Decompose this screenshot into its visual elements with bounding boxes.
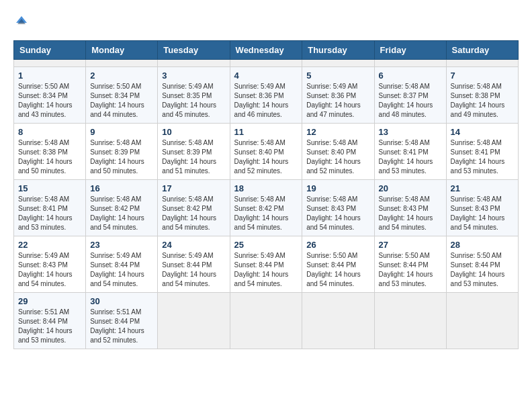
column-header-saturday: Saturday <box>446 41 518 60</box>
cell-content: Sunrise: 5:49 AM Sunset: 8:36 PM Dayligh… <box>234 82 298 120</box>
calendar-cell <box>302 60 374 67</box>
calendar-cell <box>158 60 230 67</box>
calendar-week-row: 22Sunrise: 5:49 AM Sunset: 8:43 PM Dayli… <box>14 236 519 293</box>
day-number: 12 <box>306 127 369 137</box>
cell-content: Sunrise: 5:48 AM Sunset: 8:39 PM Dayligh… <box>162 138 225 176</box>
cell-content: Sunrise: 5:49 AM Sunset: 8:44 PM Dayligh… <box>234 251 298 289</box>
calendar-cell: 14Sunrise: 5:48 AM Sunset: 8:41 PM Dayli… <box>446 124 518 180</box>
calendar-cell: 13Sunrise: 5:48 AM Sunset: 8:41 PM Dayli… <box>374 124 446 180</box>
calendar-cell: 23Sunrise: 5:49 AM Sunset: 8:44 PM Dayli… <box>86 236 158 293</box>
calendar-cell: 8Sunrise: 5:48 AM Sunset: 8:38 PM Daylig… <box>14 124 86 180</box>
calendar-cell: 12Sunrise: 5:48 AM Sunset: 8:40 PM Dayli… <box>302 124 374 180</box>
column-header-sunday: Sunday <box>14 41 86 60</box>
cell-content: Sunrise: 5:48 AM Sunset: 8:37 PM Dayligh… <box>379 82 442 120</box>
calendar-cell: 22Sunrise: 5:49 AM Sunset: 8:43 PM Dayli… <box>14 236 86 293</box>
calendar-cell <box>158 293 230 349</box>
cell-content: Sunrise: 5:49 AM Sunset: 8:43 PM Dayligh… <box>18 251 81 289</box>
cell-content: Sunrise: 5:48 AM Sunset: 8:42 PM Dayligh… <box>90 195 153 232</box>
calendar-cell <box>446 60 518 67</box>
day-number: 10 <box>162 127 225 137</box>
cell-content: Sunrise: 5:50 AM Sunset: 8:44 PM Dayligh… <box>306 251 369 289</box>
day-number: 17 <box>162 183 225 193</box>
calendar-cell: 7Sunrise: 5:48 AM Sunset: 8:38 PM Daylig… <box>446 67 518 124</box>
cell-content: Sunrise: 5:48 AM Sunset: 8:42 PM Dayligh… <box>162 195 225 232</box>
day-number: 23 <box>90 240 153 250</box>
cell-content: Sunrise: 5:51 AM Sunset: 8:44 PM Dayligh… <box>18 308 81 345</box>
calendar-cell <box>14 60 86 67</box>
calendar-week-row: 1Sunrise: 5:50 AM Sunset: 8:34 PM Daylig… <box>14 67 519 124</box>
page-header <box>13 13 519 30</box>
calendar-cell: 25Sunrise: 5:49 AM Sunset: 8:44 PM Dayli… <box>230 236 302 293</box>
calendar-cell: 21Sunrise: 5:48 AM Sunset: 8:43 PM Dayli… <box>446 180 518 236</box>
cell-content: Sunrise: 5:49 AM Sunset: 8:36 PM Dayligh… <box>306 82 369 120</box>
calendar-cell: 5Sunrise: 5:49 AM Sunset: 8:36 PM Daylig… <box>302 67 374 124</box>
calendar-cell: 28Sunrise: 5:50 AM Sunset: 8:44 PM Dayli… <box>446 236 518 293</box>
logo-icon <box>13 13 30 30</box>
day-number: 26 <box>306 240 369 250</box>
cell-content: Sunrise: 5:50 AM Sunset: 8:34 PM Dayligh… <box>90 82 153 120</box>
cell-content: Sunrise: 5:48 AM Sunset: 8:40 PM Dayligh… <box>306 138 369 176</box>
cell-content: Sunrise: 5:48 AM Sunset: 8:39 PM Dayligh… <box>90 138 153 176</box>
column-header-tuesday: Tuesday <box>158 41 230 60</box>
day-number: 14 <box>451 127 514 137</box>
calendar-cell <box>230 60 302 67</box>
calendar-cell: 20Sunrise: 5:48 AM Sunset: 8:43 PM Dayli… <box>374 180 446 236</box>
calendar-cell: 18Sunrise: 5:48 AM Sunset: 8:42 PM Dayli… <box>230 180 302 236</box>
cell-content: Sunrise: 5:48 AM Sunset: 8:38 PM Dayligh… <box>451 82 514 120</box>
calendar-cell: 30Sunrise: 5:51 AM Sunset: 8:44 PM Dayli… <box>86 293 158 349</box>
calendar-cell: 6Sunrise: 5:48 AM Sunset: 8:37 PM Daylig… <box>374 67 446 124</box>
cell-content: Sunrise: 5:49 AM Sunset: 8:35 PM Dayligh… <box>162 82 225 120</box>
day-number: 20 <box>379 183 442 193</box>
calendar-week-row: 15Sunrise: 5:48 AM Sunset: 8:41 PM Dayli… <box>14 180 519 236</box>
day-number: 22 <box>18 240 81 250</box>
cell-content: Sunrise: 5:48 AM Sunset: 8:43 PM Dayligh… <box>451 195 514 232</box>
calendar-cell: 1Sunrise: 5:50 AM Sunset: 8:34 PM Daylig… <box>14 67 86 124</box>
day-number: 27 <box>379 240 442 250</box>
cell-content: Sunrise: 5:49 AM Sunset: 8:44 PM Dayligh… <box>90 251 153 289</box>
calendar-cell <box>230 293 302 349</box>
calendar-cell: 16Sunrise: 5:48 AM Sunset: 8:42 PM Dayli… <box>86 180 158 236</box>
day-number: 18 <box>234 183 298 193</box>
cell-content: Sunrise: 5:48 AM Sunset: 8:42 PM Dayligh… <box>234 195 298 232</box>
day-number: 7 <box>451 71 514 81</box>
cell-content: Sunrise: 5:48 AM Sunset: 8:40 PM Dayligh… <box>234 138 298 176</box>
cell-content: Sunrise: 5:50 AM Sunset: 8:44 PM Dayligh… <box>379 251 442 289</box>
column-header-monday: Monday <box>86 41 158 60</box>
column-header-friday: Friday <box>374 41 446 60</box>
day-number: 15 <box>18 183 81 193</box>
day-number: 6 <box>379 71 442 81</box>
day-number: 16 <box>90 183 153 193</box>
day-number: 1 <box>18 71 81 81</box>
day-number: 5 <box>306 71 369 81</box>
day-number: 21 <box>451 183 514 193</box>
day-number: 19 <box>306 183 369 193</box>
cell-content: Sunrise: 5:50 AM Sunset: 8:34 PM Dayligh… <box>18 82 81 120</box>
calendar-week-row <box>14 60 519 67</box>
calendar-cell: 26Sunrise: 5:50 AM Sunset: 8:44 PM Dayli… <box>302 236 374 293</box>
day-number: 11 <box>234 127 298 137</box>
logo <box>13 13 32 30</box>
column-header-wednesday: Wednesday <box>230 41 302 60</box>
calendar-cell: 15Sunrise: 5:48 AM Sunset: 8:41 PM Dayli… <box>14 180 86 236</box>
day-number: 8 <box>18 127 81 137</box>
day-number: 9 <box>90 127 153 137</box>
calendar-cell: 24Sunrise: 5:49 AM Sunset: 8:44 PM Dayli… <box>158 236 230 293</box>
day-number: 13 <box>379 127 442 137</box>
calendar-cell: 17Sunrise: 5:48 AM Sunset: 8:42 PM Dayli… <box>158 180 230 236</box>
calendar-table: SundayMondayTuesdayWednesdayThursdayFrid… <box>13 40 519 349</box>
calendar-cell: 4Sunrise: 5:49 AM Sunset: 8:36 PM Daylig… <box>230 67 302 124</box>
cell-content: Sunrise: 5:48 AM Sunset: 8:43 PM Dayligh… <box>306 195 369 232</box>
column-header-thursday: Thursday <box>302 41 374 60</box>
calendar-cell <box>374 293 446 349</box>
cell-content: Sunrise: 5:48 AM Sunset: 8:43 PM Dayligh… <box>379 195 442 232</box>
calendar-cell <box>302 293 374 349</box>
day-number: 30 <box>90 296 153 306</box>
calendar-cell: 10Sunrise: 5:48 AM Sunset: 8:39 PM Dayli… <box>158 124 230 180</box>
cell-content: Sunrise: 5:48 AM Sunset: 8:41 PM Dayligh… <box>379 138 442 176</box>
day-number: 4 <box>234 71 298 81</box>
day-number: 25 <box>234 240 298 250</box>
day-number: 3 <box>162 71 225 81</box>
cell-content: Sunrise: 5:48 AM Sunset: 8:38 PM Dayligh… <box>18 138 81 176</box>
calendar-cell: 2Sunrise: 5:50 AM Sunset: 8:34 PM Daylig… <box>86 67 158 124</box>
calendar-cell: 29Sunrise: 5:51 AM Sunset: 8:44 PM Dayli… <box>14 293 86 349</box>
